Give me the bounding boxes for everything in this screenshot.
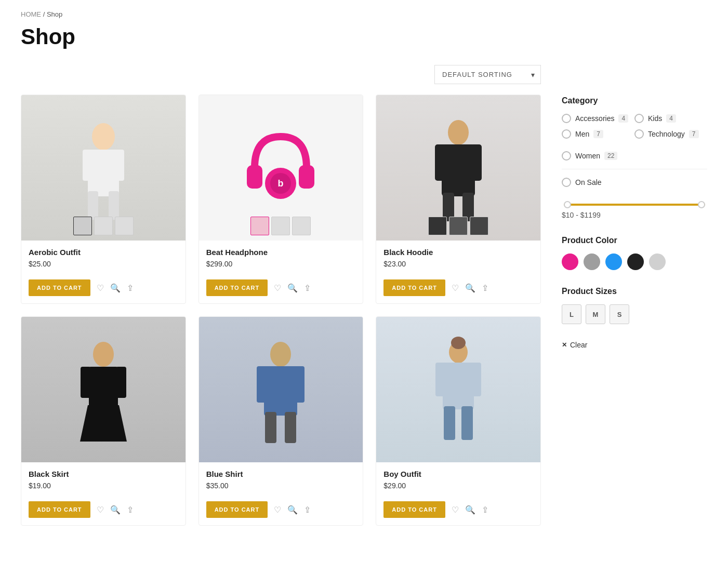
add-to-cart-6[interactable]: ADD TO CART [383,501,445,518]
thumb-3-2[interactable] [449,217,468,235]
category-checkbox-accessories[interactable] [562,114,571,123]
color-swatch-lightgray[interactable] [649,253,666,270]
svg-rect-2 [83,150,93,181]
category-checkbox-women[interactable] [562,151,571,161]
add-to-cart-5[interactable]: ADD TO CART [206,501,268,518]
category-label-women[interactable]: Women [575,152,600,160]
svg-marker-21 [80,405,127,442]
svg-rect-6 [247,165,262,189]
price-range-section: $10 - $1199 [562,204,707,219]
svg-rect-30 [443,363,474,409]
thumb-1-3[interactable] [115,217,134,235]
category-checkbox-men[interactable] [562,129,571,139]
category-label-accessories[interactable]: Accessories [575,114,614,123]
product-name-1: Aerobic Outfit [29,248,178,257]
share-icon-1[interactable]: ⇪ [127,283,134,293]
clear-button[interactable]: ✕ Clear [562,341,587,349]
product-price-1: $25.00 [29,260,178,268]
category-label-men[interactable]: Men [575,130,589,138]
product-actions-5: ADD TO CART ♡ 🔍 ⇪ [199,501,363,525]
zoom-icon-4[interactable]: 🔍 [110,505,121,515]
color-swatch-black[interactable] [627,253,644,270]
add-to-cart-4[interactable]: ADD TO CART [29,501,90,518]
svg-point-0 [92,123,115,150]
product-grid: Aerobic Outfit $25.00 ADD TO CART ♡ 🔍 ⇪ [21,95,541,526]
product-card-3: Black Hoodie $23.00 ADD TO CART ♡ 🔍 ⇪ [376,95,541,304]
product-info-1: Aerobic Outfit $25.00 [21,241,186,279]
svg-rect-26 [265,412,276,443]
slider-fill [564,204,705,206]
category-label-technology[interactable]: Technology [648,130,685,138]
share-icon-6[interactable]: ⇪ [482,505,488,515]
thumb-2-1[interactable] [250,217,269,235]
clear-x-icon: ✕ [562,341,567,349]
svg-rect-3 [114,150,124,181]
product-name-2: Beat Headphone [206,248,356,257]
categories-grid: Accessories 4 Kids 4 Men 7 [562,114,707,145]
thumb-1-1[interactable] [73,217,92,235]
add-to-cart-3[interactable]: ADD TO CART [383,279,445,296]
category-row-accessories: Accessories 4 [562,114,634,123]
category-checkbox-technology[interactable] [634,129,644,139]
thumb-2-3[interactable] [292,217,311,235]
wishlist-icon-3[interactable]: ♡ [452,283,459,293]
products-area: DEFAULT SORTING PRICE: LOW TO HIGH PRICE… [21,65,541,526]
breadcrumb-separator: / [43,10,45,18]
color-swatch-blue[interactable] [605,253,622,270]
slider-track [564,204,705,206]
add-to-cart-2[interactable]: ADD TO CART [206,279,268,296]
category-row-men: Men 7 [562,129,634,139]
share-icon-3[interactable]: ⇪ [482,283,488,293]
thumb-2-2[interactable] [271,217,290,235]
category-label-onsale[interactable]: On Sale [575,178,602,186]
add-to-cart-1[interactable]: ADD TO CART [29,279,90,296]
product-price-2: $299.00 [206,260,356,268]
product-svg-3 [427,111,489,225]
wishlist-icon-4[interactable]: ♡ [97,505,104,515]
product-card-4: Black Skirt $19.00 ADD TO CART ♡ 🔍 ⇪ [21,316,186,526]
product-svg-6 [427,332,489,447]
zoom-icon-2[interactable]: 🔍 [287,283,298,293]
svg-rect-12 [442,144,475,196]
thumb-3-3[interactable] [470,217,488,235]
price-range-text: $10 - $1199 [562,211,707,219]
size-btn-l[interactable]: L [562,304,581,324]
category-label-kids[interactable]: Kids [648,114,662,123]
slider-thumb-left[interactable] [564,201,571,208]
sort-select[interactable]: DEFAULT SORTING PRICE: LOW TO HIGH PRICE… [434,65,541,84]
product-image-4 [21,317,186,462]
thumb-1-2[interactable] [94,217,113,235]
svg-rect-24 [257,366,268,403]
size-btn-m[interactable]: M [586,304,605,324]
sidebar: Category Accessories 4 Kids 4 [562,65,707,526]
breadcrumb-home[interactable]: HOME [21,10,41,18]
svg-point-17 [93,342,114,367]
category-count-men: 7 [593,130,603,138]
product-card-2: b Beat Headphone $299.00 [198,95,364,304]
share-icon-5[interactable]: ⇪ [304,505,311,515]
product-svg-5 [249,332,312,447]
category-checkbox-onsale[interactable] [562,178,571,187]
share-icon-2[interactable]: ⇪ [304,283,311,293]
product-name-6: Boy Outfit [383,470,533,478]
svg-rect-4 [88,191,98,220]
zoom-icon-1[interactable]: 🔍 [110,283,121,293]
price-slider-wrapper[interactable] [562,204,707,206]
color-swatch-gray[interactable] [584,253,600,270]
zoom-icon-5[interactable]: 🔍 [287,505,298,515]
size-btn-s[interactable]: S [610,304,629,324]
color-swatch-pink[interactable] [562,253,578,270]
zoom-icon-6[interactable]: 🔍 [465,505,475,515]
product-image-2: b [199,95,363,241]
slider-thumb-right[interactable] [698,201,705,208]
zoom-icon-3[interactable]: 🔍 [465,283,475,293]
wishlist-icon-5[interactable]: ♡ [274,505,281,515]
product-sizes-section: Product Sizes L M S [562,287,707,324]
wishlist-icon-2[interactable]: ♡ [274,283,281,293]
product-info-5: Blue Shirt $35.00 [199,462,363,501]
thumb-3-1[interactable] [428,217,447,235]
wishlist-icon-1[interactable]: ♡ [97,283,104,293]
wishlist-icon-6[interactable]: ♡ [452,505,459,515]
category-checkbox-kids[interactable] [634,114,644,123]
share-icon-4[interactable]: ⇪ [127,505,134,515]
